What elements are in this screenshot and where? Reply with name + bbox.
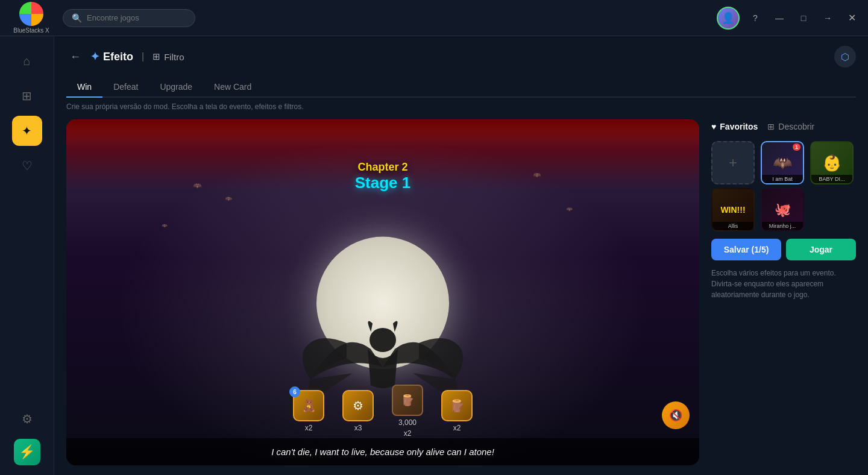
divider: | (142, 51, 144, 62)
item-card-3: 🪵 3,000 x2 (392, 385, 423, 438)
save-button[interactable]: Salvar (1/5) (711, 239, 781, 260)
thumb-card-allis[interactable]: WIN!!! Allis (711, 188, 755, 231)
sidebar-item-settings[interactable]: ⚙ (12, 404, 42, 434)
panel-description: Escolha vários efeitos para um evento. D… (711, 268, 856, 300)
panel-tab-descobrir[interactable]: ⊞ Descobrir (767, 119, 814, 134)
item-icon-2: ⚙ (342, 390, 374, 421)
bat-bird-3: 🦇 (533, 171, 541, 179)
add-card-button[interactable]: + (711, 141, 755, 184)
navigate-button[interactable]: → (819, 10, 836, 27)
thumb-card-miranho[interactable]: 🐙 Miranho j... (761, 188, 804, 231)
baby-label: BABY DI... (811, 175, 852, 183)
allis-label: Allis (712, 222, 753, 230)
app-logo: BlueStacks X (7, 2, 55, 34)
search-icon: 🔍 (72, 13, 82, 23)
sidebar-item-favorites[interactable]: ♡ (12, 151, 42, 181)
bluestacks-logo: ⚡ (14, 439, 40, 465)
bat-bird-4: 🦇 (566, 206, 573, 212)
svg-point-0 (370, 328, 396, 352)
batman-label: I am Bat (762, 175, 803, 183)
discover-icon: ⊞ (767, 122, 775, 131)
filter-icon: ⊞ (153, 51, 160, 62)
content-area: ← ✦ Efeito | ⊞ Filtro ⬡ Win Defeat Upgra… (54, 36, 868, 475)
avatar[interactable]: 👤 (717, 7, 740, 30)
scene-items: 6 🧸 x2 ⚙ x3 🪵 3,000 x2 (66, 385, 699, 438)
content-row: Chapter 2 Stage 1 (66, 119, 856, 465)
game-preview: Chapter 2 Stage 1 (66, 119, 699, 465)
item-icon-1: 6 🧸 (293, 390, 324, 421)
item-multiplier-4: x2 (453, 424, 461, 432)
batman-silhouette (298, 247, 467, 403)
titlebar-right: 👤 ? — □ → ✕ (717, 7, 861, 30)
item-badge-1: 6 (289, 386, 300, 397)
panel-tabs: ♥ Favoritos ⊞ Descobrir (711, 119, 856, 134)
minimize-button[interactable]: — (771, 10, 788, 27)
tab-defeat[interactable]: Defeat (102, 77, 149, 98)
close-button[interactable]: ✕ (843, 10, 861, 26)
content-header: ← ✦ Efeito | ⊞ Filtro ⬡ (66, 46, 856, 68)
item-card-1: 6 🧸 x2 (293, 390, 324, 432)
item-card-2: ⚙ x3 (342, 390, 374, 432)
item-icon-4: 🪵 (441, 390, 473, 421)
help-button[interactable]: ? (747, 10, 764, 27)
descobrir-label: Descobrir (778, 122, 814, 131)
share-button[interactable]: ⬡ (834, 46, 856, 68)
tab-win[interactable]: Win (66, 77, 102, 98)
share-icon: ⬡ (841, 51, 849, 63)
play-button[interactable]: Jogar (786, 239, 856, 260)
filter-label: Filtro (164, 52, 184, 62)
bat-bird-5: 🦇 (162, 223, 168, 228)
item-multiplier-1: x2 (305, 424, 313, 432)
chapter-label: Chapter 2 (355, 161, 411, 174)
thumb-card-batman[interactable]: 🦇 1 I am Bat (761, 141, 804, 184)
subtitle: Crie sua própria versão do mod. Escolha … (66, 102, 856, 111)
star-icon: ✦ (90, 50, 99, 63)
miranho-label: Miranho j... (762, 222, 803, 230)
heart-icon: ♥ (711, 122, 716, 131)
back-button[interactable]: ← (66, 49, 84, 64)
filter-button[interactable]: ⊞ Filtro (153, 51, 184, 62)
panel-tab-favoritos[interactable]: ♥ Favoritos (711, 119, 758, 134)
mute-button[interactable]: 🔇 (662, 401, 690, 429)
titlebar: BlueStacks X 🔍 👤 ? — □ → ✕ (0, 0, 868, 36)
right-panel: ♥ Favoritos ⊞ Descobrir + 🦇 1 I am Bat (711, 119, 856, 465)
maximize-button[interactable]: □ (795, 10, 812, 27)
stage-label: Stage 1 (355, 174, 411, 192)
game-scene: Chapter 2 Stage 1 (66, 119, 699, 465)
sidebar-item-effects[interactable]: ✦ (12, 116, 42, 146)
arch-top (66, 119, 699, 143)
tab-upgrade[interactable]: Upgrade (149, 77, 203, 98)
main-layout: ⌂ ⊞ ✦ ♡ ⚙ ⚡ ← ✦ Efeito | ⊞ Filtro ⬡ (0, 36, 868, 475)
item-multiplier-3: x2 (404, 429, 412, 438)
thumb-card-baby[interactable]: 👶 BABY DI... (810, 141, 854, 184)
bat-bird-1: 🦇 (193, 181, 202, 190)
action-buttons: Salvar (1/5) Jogar (711, 239, 856, 260)
logo-icon (19, 2, 43, 26)
chapter-info: Chapter 2 Stage 1 (355, 161, 411, 192)
sidebar-item-home[interactable]: ⌂ (12, 46, 42, 76)
title-text: Efeito (103, 51, 133, 63)
search-input[interactable] (87, 13, 183, 22)
app-name: BlueStacks X (13, 27, 49, 34)
search-bar[interactable]: 🔍 (63, 9, 195, 27)
bat-bird-2: 🦇 (225, 195, 232, 202)
card-grid: + 🦇 1 I am Bat 👶 BABY DI... WIN!!! Allis (711, 141, 856, 231)
tab-newcard[interactable]: New Card (203, 77, 262, 98)
wood-icon: 🪵 (392, 385, 423, 416)
item-multiplier-2: x3 (354, 424, 362, 432)
sidebar: ⌂ ⊞ ✦ ♡ ⚙ ⚡ (0, 36, 54, 475)
tabs-row: Win Defeat Upgrade New Card (66, 77, 856, 98)
page-title: ✦ Efeito (90, 50, 133, 63)
batman-badge: 1 (793, 143, 800, 151)
wood-value: 3,000 (398, 418, 417, 427)
item-card-4: 🪵 x2 (441, 390, 473, 432)
sidebar-item-inbox[interactable]: ⊞ (12, 81, 42, 111)
favoritos-label: Favoritos (720, 122, 758, 131)
game-dialogue: I can't die, I want to live, because onl… (66, 438, 699, 465)
